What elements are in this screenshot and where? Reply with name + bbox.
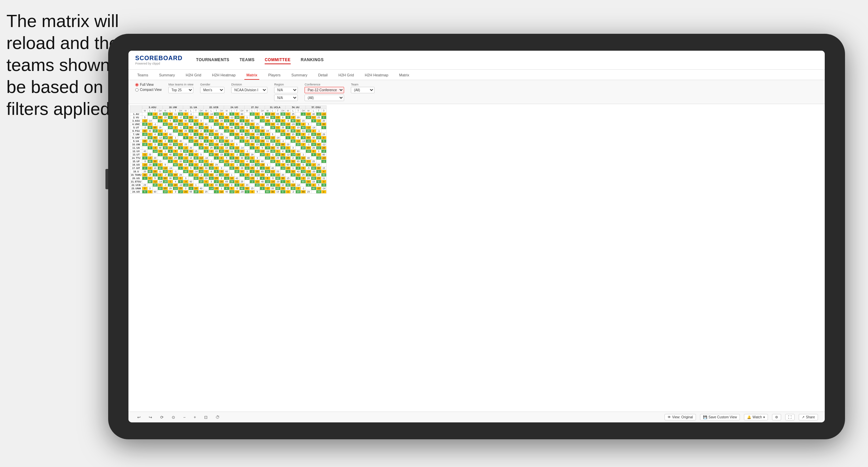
redo-button[interactable]: ↪ — [147, 414, 154, 420]
zoom-out-button[interactable]: − — [181, 414, 188, 420]
team-select[interactable]: (All) — [351, 87, 375, 93]
matrix-cell: 15 — [163, 190, 168, 194]
sub-nav-players[interactable]: Players — [266, 72, 283, 80]
sub-nav-teams[interactable]: Teams — [135, 72, 150, 80]
matrix-cell: -1 — [163, 183, 168, 187]
matrix-cell: 80 — [168, 133, 173, 136]
matrix-cell: 1 — [224, 143, 229, 146]
view-radio-group: Full View Compact View — [135, 83, 162, 92]
sub-nav-h2h-heatmap[interactable]: H2H Heatmap — [210, 72, 238, 80]
matrix-cell: 3 — [301, 133, 306, 136]
nav-rankings[interactable]: RANKINGS — [301, 56, 324, 64]
division-select[interactable]: NCAA Division I NCAA Division II NCAA Di… — [231, 87, 267, 93]
conference-label: Conference — [305, 83, 344, 86]
matrix-cell: 2 — [250, 136, 255, 140]
zoom-in-button[interactable]: + — [192, 414, 198, 420]
matrix-cell: 3 — [229, 153, 234, 156]
region-filter: Region N/A East West N/A — [274, 83, 298, 101]
matrix-cell: 20 — [285, 129, 290, 133]
matrix-cell: -12 — [188, 170, 193, 173]
matrix-cell: 5 — [270, 133, 275, 136]
logo-subtitle: Powered by clippd — [135, 62, 183, 65]
gender-select[interactable]: Men's Women's — [200, 87, 224, 93]
nav-committee[interactable]: COMMITTEE — [265, 56, 291, 64]
watch-button[interactable]: 🔔 Watch ▾ — [744, 414, 768, 420]
matrix-container[interactable]: 3. ASU 10. UW 11. UA 22. UCB 24. UO 27. … — [128, 104, 825, 412]
undo-button[interactable]: ↩ — [135, 414, 143, 420]
sub-nav-matrix[interactable]: Matrix — [244, 72, 259, 80]
matrix-cell: 40 — [321, 173, 326, 177]
sub-nav-h2h-grid[interactable]: H2H Grid — [184, 72, 203, 80]
matrix-cell: 40 — [142, 150, 147, 153]
matrix-cell: -12 — [178, 183, 183, 187]
zoom-fit-button[interactable]: ⊙ — [170, 414, 177, 420]
share-button[interactable]: ↗ Share — [799, 414, 818, 420]
matrix-table: 3. ASU 10. UW 11. UA 22. UCB 24. UO 27. … — [130, 105, 327, 194]
matrix-cell: 29 — [301, 160, 306, 163]
matrix-cell: -12 — [168, 123, 173, 126]
save-custom-button[interactable]: 💾 Save Custom View — [700, 414, 740, 420]
region-select2[interactable]: N/A — [274, 95, 298, 101]
matrix-cell: 40 — [168, 153, 173, 156]
matrix-cell: 1 — [260, 133, 265, 136]
region-select[interactable]: N/A East West — [274, 87, 298, 93]
table-row: 14. TTU3-2202911252-11040-12-14145-58030… — [130, 156, 327, 160]
matrix-cell: 4 — [173, 180, 178, 183]
view-original-button[interactable]: 👁 View: Original — [665, 414, 696, 420]
region-label: Region — [274, 83, 298, 86]
matrix-cell: 40 — [224, 190, 229, 194]
row-label: 1. AU — [130, 113, 142, 116]
matrix-cell: -14 — [224, 129, 229, 133]
matrix-cell: 2 — [321, 190, 326, 194]
matrix-cell: -2 — [321, 150, 326, 153]
matrix-cell: -20 — [158, 150, 163, 153]
matrix-cell: -12 — [229, 116, 234, 119]
matrix-cell: 2 — [158, 183, 163, 187]
sub-nav-summary2[interactable]: Summary — [289, 72, 309, 80]
conference-select2[interactable]: (All) — [305, 95, 344, 101]
sub-nav-matrix2[interactable]: Matrix — [397, 72, 411, 80]
matrix-cell: -20 — [168, 136, 173, 140]
fullscreen-button[interactable]: ⛶ — [785, 414, 795, 420]
matrix-cell: 80 — [316, 123, 321, 126]
matrix-cell: -20 — [239, 116, 244, 119]
timer-button[interactable]: ⏱ — [214, 414, 222, 420]
sub-d3: Dif — [198, 109, 203, 113]
compact-view-radio[interactable]: Compact View — [135, 88, 162, 92]
matrix-cell: 65 — [280, 143, 285, 146]
sub-nav-detail[interactable]: Detail — [316, 72, 330, 80]
matrix-cell: -2 — [255, 126, 260, 129]
sub-d5: Dif — [239, 109, 244, 113]
matrix-cell: 80 — [260, 160, 265, 163]
matrix-cell: -2 — [183, 146, 188, 150]
matrix-cell: 1 — [168, 180, 173, 183]
conference-select[interactable]: Pac-12 Conference (All) Big Ten SEC — [305, 87, 344, 93]
matrix-cell: 1 — [250, 146, 255, 150]
reset-button[interactable]: ⊡ — [202, 414, 210, 420]
matrix-cell: 15 — [173, 177, 178, 180]
nav-tournaments[interactable]: TOURNAMENTS — [196, 56, 230, 64]
matrix-cell — [260, 156, 265, 160]
full-view-radio[interactable]: Full View — [135, 83, 162, 87]
sub-nav-summary[interactable]: Summary — [157, 72, 177, 80]
matrix-cell: 4 — [285, 180, 290, 183]
refresh-button[interactable]: ⟳ — [158, 414, 166, 420]
sub-d9: D — [321, 109, 326, 113]
matrix-cell: -2 — [229, 123, 234, 126]
matrix-cell: 10 — [152, 167, 158, 170]
matrix-cell: 29 — [296, 129, 301, 133]
matrix-cell: 5 — [316, 183, 321, 187]
matrix-cell: -2 — [275, 173, 280, 177]
matrix-cell: -5 — [198, 123, 203, 126]
sub-nav-h2h-heatmap2[interactable]: H2H Heatmap — [363, 72, 390, 80]
settings-button[interactable]: ⚙ — [772, 414, 781, 420]
sub-nav-h2h-grid2[interactable]: H2H Grid — [336, 72, 356, 80]
nav-teams[interactable]: TEAMS — [240, 56, 255, 64]
matrix-cell: -1 — [178, 126, 183, 129]
matrix-cell: 2 — [321, 116, 326, 119]
matrix-cell: 25 — [178, 187, 183, 190]
max-teams-select[interactable]: Top 25 Top 10 Top 50 — [168, 87, 193, 93]
share-icon: ↗ — [802, 415, 804, 419]
table-row: 19. TAMU301503-2206529252-11040-12-14-20… — [130, 173, 327, 177]
matrix-cell: 80 — [152, 190, 158, 194]
